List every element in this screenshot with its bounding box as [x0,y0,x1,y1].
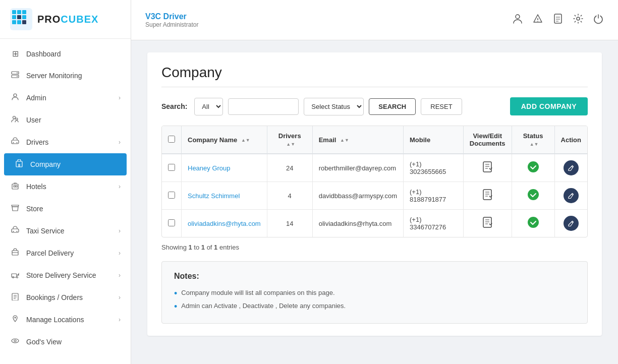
gods-view-icon [10,337,20,347]
sort-status-icon: ▲▼ [530,142,539,147]
sidebar-item-admin[interactable]: Admin › [0,87,131,109]
td-email-2: davidbbass@armyspy.com [312,182,403,210]
chevron-right-icon: › [119,272,121,279]
table-row: Heaney Group 24 roberthmiller@dayrep.com… [162,154,587,182]
app-title: V3C Driver [145,12,198,21]
table-row: Schultz Schimmel 4 davidbbass@armyspy.co… [162,182,587,210]
view-doc-icon-2[interactable] [481,192,493,203]
svg-point-35 [14,340,16,342]
row-checkbox-1[interactable] [168,164,175,171]
search-input[interactable] [228,98,299,115]
svg-rect-4 [12,15,16,19]
bookings-icon [10,292,20,302]
page-title: Company [161,65,588,81]
status-active-icon-1[interactable] [527,164,539,175]
td-action-3 [554,210,587,237]
svg-point-27 [17,231,18,232]
svg-rect-43 [483,190,491,200]
status-active-icon-2[interactable] [527,192,539,203]
svg-rect-39 [554,14,561,23]
document-icon[interactable] [552,13,564,27]
company-name-link-3[interactable]: oliviadadkins@rhyta.com [188,220,261,227]
svg-point-42 [528,161,539,172]
sidebar-item-drivers[interactable]: Drivers › [0,131,131,153]
status-select[interactable]: Select Status Active Inactive [304,98,364,115]
svg-rect-21 [18,164,20,167]
svg-rect-2 [17,10,21,14]
sidebar-item-label: Admin [26,94,46,102]
sidebar-item-bookings-orders[interactable]: Bookings / Orders › [0,286,131,309]
sort-email-icon: ▲▼ [340,138,349,143]
svg-point-26 [13,231,14,232]
page-content: Company Search: All Select Status Active… [131,40,618,364]
store-icon [10,204,20,214]
top-header: V3C Driver Super Administrator [131,0,618,40]
company-table-wrapper: Company Name ▲▼ Drivers ▲▼ Email ▲▼ [161,126,588,237]
svg-point-33 [15,317,16,319]
sidebar-item-label: Bookings / Orders [26,293,83,301]
td-email-1: roberthmiller@dayrep.com [312,154,403,182]
table-row: oliviadadkins@rhyta.com 14 oliviadadkins… [162,210,587,237]
svg-point-12 [17,73,18,74]
company-name-link-2[interactable]: Schultz Schimmel [188,192,240,200]
td-status-3 [512,210,554,237]
action-edit-icon-3[interactable] [564,216,579,231]
settings-icon[interactable] [573,13,584,27]
sidebar-item-label: Dashboard [26,50,61,58]
alert-icon[interactable] [532,13,543,27]
sidebar-item-gods-view[interactable]: God's View [0,331,131,353]
td-drivers-2: 4 [267,182,312,210]
select-all-checkbox[interactable] [168,136,175,143]
svg-point-19 [17,142,18,143]
dashboard-icon: ⊞ [10,49,20,58]
action-edit-icon-2[interactable] [564,188,579,203]
svg-point-13 [17,76,18,77]
sidebar-item-store-delivery[interactable]: Store Delivery Service › [0,264,131,286]
sidebar-item-taxi-service[interactable]: Taxi Service › [0,220,131,242]
view-doc-icon-3[interactable] [481,219,493,230]
power-icon[interactable] [593,13,604,27]
svg-rect-6 [22,15,26,19]
title-divider [161,87,588,87]
chevron-right-icon: › [119,250,121,257]
action-edit-icon-1[interactable] [564,160,579,175]
th-checkbox [162,126,182,154]
sidebar-item-store[interactable]: Store [0,198,131,220]
status-active-icon-3[interactable] [527,219,539,230]
sidebar-item-label: God's View [26,338,62,346]
sidebar-item-hotels[interactable]: Hotels › [0,175,131,198]
sidebar-item-parcel-delivery[interactable]: Parcel Delivery › [0,242,131,264]
td-view-doc-2 [463,182,512,210]
row-checkbox-2[interactable] [168,192,175,199]
search-button[interactable]: SEARCH [369,98,416,115]
sidebar-item-company[interactable]: Company [4,153,127,175]
th-drivers[interactable]: Drivers ▲▼ [267,126,312,154]
sort-company-name-icon: ▲▼ [241,138,250,143]
row-checkbox-3[interactable] [168,219,175,226]
sidebar-item-manage-locations[interactable]: Manage Locations › [0,309,131,331]
th-company-name[interactable]: Company Name ▲▼ [182,126,267,154]
sidebar-item-server-monitoring[interactable]: Server Monitoring [0,65,131,87]
sidebar: PROCUBEX ⊞ Dashboard Server Monitoring A… [0,0,131,364]
view-doc-icon-1[interactable] [481,164,493,175]
sidebar-item-dashboard[interactable]: ⊞ Dashboard [0,43,131,65]
td-checkbox-3 [162,210,182,237]
svg-rect-41 [483,162,491,172]
add-company-button[interactable]: ADD COMPANY [510,97,588,115]
reset-button[interactable]: RESET [421,98,462,115]
company-name-link-1[interactable]: Heaney Group [188,164,231,172]
th-status[interactable]: Status ▲▼ [512,126,554,154]
td-action-2 [554,182,587,210]
sort-drivers-icon: ▲▼ [286,142,295,147]
th-email[interactable]: Email ▲▼ [312,126,403,154]
sidebar-item-label: Parcel Delivery [26,249,74,257]
sidebar-item-label: Server Monitoring [26,72,82,80]
td-email-3: oliviadadkins@rhyta.com [312,210,403,237]
notes-card: Notes: Company module will list all comp… [161,261,588,324]
sidebar-item-user[interactable]: User [0,109,131,131]
search-category-select[interactable]: All [194,98,223,115]
th-mobile: Mobile [404,126,464,154]
svg-rect-24 [16,186,17,187]
user-profile-icon[interactable] [512,13,523,27]
header-icons-group [512,13,604,27]
